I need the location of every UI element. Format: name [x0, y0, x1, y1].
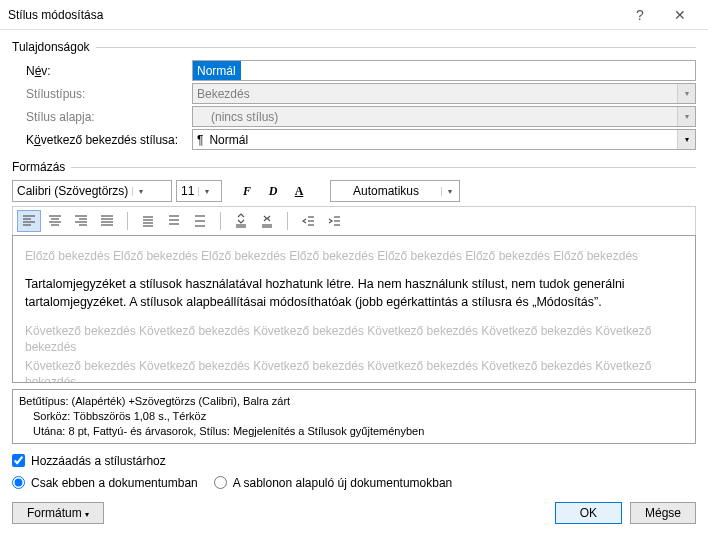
chevron-down-icon: ▾	[677, 130, 695, 149]
desc-line-3: Utána: 8 pt, Fattyú- és árvasorok, Stílu…	[19, 424, 689, 439]
section-formatting: Formázás	[12, 160, 696, 174]
description-box: Betűtípus: (Alapérték) +Szövegtörzs (Cal…	[12, 389, 696, 444]
dialog-title: Stílus módosítása	[8, 8, 620, 22]
size-select[interactable]: 11▾	[176, 180, 222, 202]
formatting-toolbar: Calibri (Szövegtörzs)▾ 11▾ F D A Automat…	[12, 180, 696, 202]
align-left-button[interactable]	[17, 210, 41, 232]
name-input[interactable]	[192, 60, 696, 81]
ok-button[interactable]: OK	[555, 502, 622, 524]
chevron-down-icon: ▾	[132, 187, 148, 196]
preview-text: Tartalomjegyzéket a stílusok használatáv…	[25, 276, 683, 311]
template-radio[interactable]: A sablonon alapuló új dokumentumokban	[214, 476, 453, 490]
based-select: (nincs stílus) ▾	[192, 106, 696, 127]
preview-prev: Előző bekezdés Előző bekezdés Előző beke…	[25, 248, 683, 264]
space-before-dec-button[interactable]	[255, 210, 279, 232]
underline-button[interactable]: A	[288, 180, 310, 202]
spacing-1-button[interactable]	[136, 210, 160, 232]
align-justify-button[interactable]	[95, 210, 119, 232]
cancel-button[interactable]: Mégse	[630, 502, 696, 524]
pilcrow-icon: ¶	[197, 133, 203, 147]
preview-next-2: Következő bekezdés Következő bekezdés Kö…	[25, 358, 683, 383]
chevron-down-icon: ▾	[677, 84, 695, 103]
desc-line-2: Sorköz: Többszörös 1,08 s., Térköz	[19, 409, 689, 424]
color-select[interactable]: Automatikus▾	[330, 180, 460, 202]
only-doc-radio[interactable]: Csak ebben a dokumentumban	[12, 476, 198, 490]
next-select[interactable]: ¶ Normál ▾	[192, 129, 696, 150]
italic-button[interactable]: D	[262, 180, 284, 202]
name-label: Név:	[12, 64, 192, 78]
preview-next-1: Következő bekezdés Következő bekezdés Kö…	[25, 323, 683, 355]
close-button[interactable]: ✕	[660, 7, 700, 23]
type-label: Stílustípus:	[12, 87, 192, 101]
format-button[interactable]: Formátum▾	[12, 502, 104, 524]
titlebar: Stílus módosítása ? ✕	[0, 0, 708, 30]
align-center-button[interactable]	[43, 210, 67, 232]
chevron-down-icon: ▾	[198, 187, 214, 196]
indent-dec-button[interactable]	[296, 210, 320, 232]
bold-button[interactable]: F	[236, 180, 258, 202]
desc-line-1: Betűtípus: (Alapérték) +Szövegtörzs (Cal…	[19, 394, 689, 409]
type-select: Bekezdés ▾	[192, 83, 696, 104]
align-right-button[interactable]	[69, 210, 93, 232]
add-to-gallery-checkbox[interactable]: Hozzáadás a stílustárhoz	[12, 454, 696, 468]
font-select[interactable]: Calibri (Szövegtörzs)▾	[12, 180, 172, 202]
help-button[interactable]: ?	[620, 7, 660, 23]
section-properties: Tulajdonságok	[12, 40, 696, 54]
preview-box: Előző bekezdés Előző bekezdés Előző beke…	[12, 235, 696, 383]
next-label: Következő bekezdés stílusa:	[12, 133, 192, 147]
paragraph-toolbar	[12, 206, 696, 236]
spacing-15-button[interactable]	[162, 210, 186, 232]
chevron-down-icon: ▾	[677, 107, 695, 126]
indent-inc-button[interactable]	[322, 210, 346, 232]
space-before-inc-button[interactable]	[229, 210, 253, 232]
based-label: Stílus alapja:	[12, 110, 192, 124]
chevron-down-icon: ▾	[441, 187, 457, 196]
spacing-2-button[interactable]	[188, 210, 212, 232]
